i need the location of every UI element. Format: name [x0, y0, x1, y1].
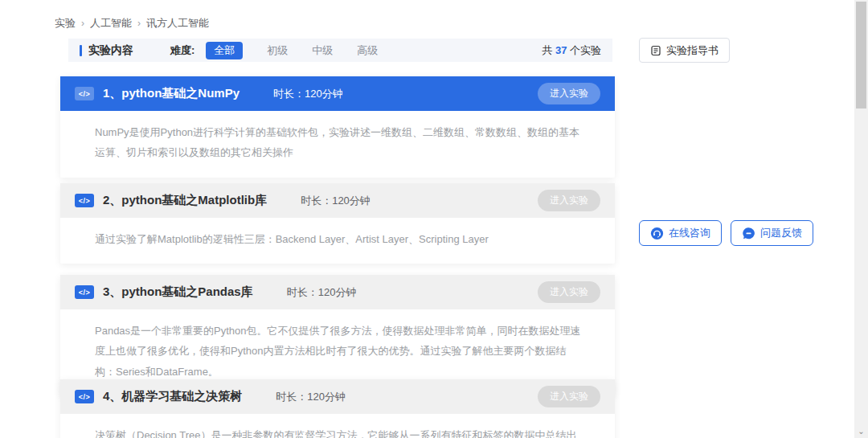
difficulty-label: 难度: — [170, 43, 194, 58]
customer-service-icon — [650, 227, 664, 240]
experiment-title: 4、机器学习基础之决策树 — [103, 389, 242, 404]
experiment-guide-button[interactable]: 实验指导书 — [639, 38, 730, 63]
floating-actions: 在线咨询 问题反馈 — [639, 220, 813, 246]
experiment-title: 2、python基础之Matplotlib库 — [103, 193, 267, 208]
count-suffix: 个实验 — [570, 44, 601, 56]
experiment-card-header[interactable]: </> 4、机器学习基础之决策树 时长：120分钟 进入实验 — [60, 379, 615, 414]
code-icon: </> — [75, 390, 94, 403]
document-icon — [650, 45, 661, 56]
experiment-card-header[interactable]: </> 2、python基础之Matplotlib库 时长：120分钟 进入实验 — [60, 183, 615, 218]
count-value: 37 — [555, 44, 567, 56]
difficulty-filter-intermediate[interactable]: 中级 — [312, 43, 333, 58]
experiment-card-matplotlib: </> 2、python基础之Matplotlib库 时长：120分钟 进入实验… — [60, 183, 615, 264]
experiment-duration: 时长：120分钟 — [273, 87, 343, 101]
experiment-description: 决策树（Decision Tree）是一种非参数的有监督学习方法，它能够从一系列… — [60, 414, 615, 438]
experiment-card-numpy: </> 1、python基础之NumPy 时长：120分钟 进入实验 NumPy… — [60, 76, 615, 178]
online-consult-button[interactable]: 在线咨询 — [639, 220, 722, 246]
breadcrumb-item-xunfang-ai[interactable]: 讯方人工智能 — [146, 16, 209, 31]
enter-experiment-button[interactable]: 进入实验 — [538, 190, 600, 211]
experiment-card-header[interactable]: </> 1、python基础之NumPy 时长：120分钟 进入实验 — [60, 76, 615, 111]
enter-experiment-button[interactable]: 进入实验 — [538, 386, 600, 407]
breadcrumb: 实验 › 人工智能 › 讯方人工智能 — [55, 16, 209, 31]
experiment-card-pandas: </> 3、python基础之Pandas库 时长：120分钟 进入实验 Pan… — [60, 275, 615, 396]
feedback-button[interactable]: 问题反馈 — [731, 220, 813, 246]
experiment-title: 1、python基础之NumPy — [103, 86, 240, 101]
experiment-description: 通过实验了解Matplotlib的逻辑性三层：Backend Layer、Art… — [60, 218, 615, 264]
experiment-duration: 时长：120分钟 — [276, 390, 346, 404]
experiment-card-decision-tree: </> 4、机器学习基础之决策树 时长：120分钟 进入实验 决策树（Decis… — [60, 379, 615, 438]
enter-experiment-button[interactable]: 进入实验 — [538, 83, 600, 104]
experiment-card-header[interactable]: </> 3、python基础之Pandas库 时长：120分钟 进入实验 — [60, 275, 615, 309]
breadcrumb-item-ai[interactable]: 人工智能 — [90, 16, 132, 31]
experiment-title: 3、python基础之Pandas库 — [103, 284, 253, 300]
experiment-duration: 时长：120分钟 — [301, 194, 371, 208]
breadcrumb-item-experiments[interactable]: 实验 — [55, 16, 76, 31]
feedback-label: 问题反馈 — [760, 226, 802, 240]
code-icon: </> — [75, 285, 94, 299]
experiment-list-page: 实验 › 人工智能 › 讯方人工智能 实验内容 难度: 全部 初级 中级 高级 … — [0, 0, 868, 438]
experiment-toolbar: 实验内容 难度: 全部 初级 中级 高级 共 37 个实验 — [68, 39, 612, 62]
experiment-guide-label: 实验指导书 — [666, 43, 719, 58]
vertical-scrollbar[interactable]: ⌄ — [854, 0, 868, 438]
chat-bubble-icon — [742, 227, 755, 240]
code-icon: </> — [75, 194, 94, 207]
online-consult-label: 在线咨询 — [669, 226, 710, 240]
experiment-count: 共 37 个实验 — [542, 43, 601, 58]
section-title: 实验内容 — [88, 43, 133, 58]
breadcrumb-separator: › — [81, 18, 84, 29]
breadcrumb-separator: › — [137, 18, 141, 29]
scrollbar-thumb[interactable] — [856, 2, 866, 108]
scrollbar-down-arrow[interactable]: ⌄ — [854, 428, 868, 436]
section-accent-bar — [80, 45, 82, 56]
experiment-description: NumPy是使用Python进行科学计算的基础软件包，实验讲述一维数组、二维数组… — [60, 111, 615, 178]
code-icon: </> — [75, 87, 94, 100]
difficulty-filter-beginner[interactable]: 初级 — [267, 43, 288, 58]
difficulty-filter-advanced[interactable]: 高级 — [357, 43, 378, 58]
count-prefix: 共 — [542, 44, 552, 56]
experiment-duration: 时长：120分钟 — [287, 285, 357, 300]
enter-experiment-button[interactable]: 进入实验 — [538, 281, 600, 303]
difficulty-filter-all[interactable]: 全部 — [206, 42, 243, 59]
